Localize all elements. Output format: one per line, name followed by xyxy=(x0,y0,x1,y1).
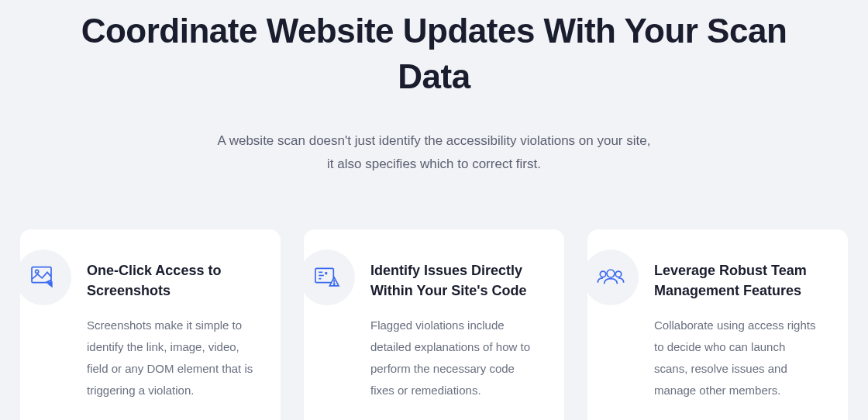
feature-card-team: Leverage Robust Team Management Features… xyxy=(587,229,848,420)
feature-card-title: One-Click Access to Screenshots xyxy=(87,260,254,301)
feature-card-title: Leverage Robust Team Management Features xyxy=(654,260,822,301)
screenshot-icon xyxy=(16,250,71,305)
svg-rect-0 xyxy=(32,267,51,283)
svg-point-12 xyxy=(615,271,622,277)
svg-point-1 xyxy=(36,270,39,274)
feature-card-description: Flagged violations include detailed expl… xyxy=(370,315,538,401)
section-heading: Coordinate Website Updates With Your Sca… xyxy=(16,8,852,100)
svg-rect-2 xyxy=(315,269,333,283)
feature-section: Coordinate Website Updates With Your Sca… xyxy=(0,0,868,420)
svg-point-9 xyxy=(334,284,335,284)
section-subheading: A website scan doesn't just identify the… xyxy=(217,129,651,176)
svg-point-10 xyxy=(607,270,615,277)
team-icon xyxy=(583,250,639,305)
feature-card-description: Collaborate using access rights to decid… xyxy=(654,315,822,401)
feature-card-title: Identify Issues Directly Within Your Sit… xyxy=(370,260,538,301)
feature-card-code-issues: Identify Issues Directly Within Your Sit… xyxy=(304,229,564,420)
svg-point-11 xyxy=(600,271,606,277)
feature-card-description: Screenshots make it simple to identify t… xyxy=(87,315,254,401)
code-warning-icon xyxy=(299,250,355,305)
feature-card-screenshots: One-Click Access to Screenshots Screensh… xyxy=(20,229,281,420)
feature-cards-row: One-Click Access to Screenshots Screensh… xyxy=(16,229,852,420)
